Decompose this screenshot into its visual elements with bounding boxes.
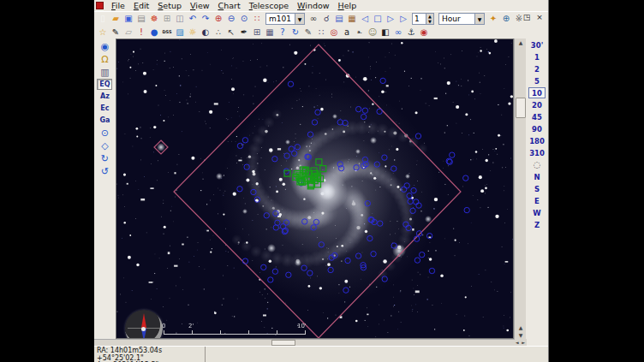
fov-1[interactable]: 1 [528, 51, 546, 62]
search-binoculars-icon[interactable]: ∞ [307, 14, 319, 25]
table-icon[interactable]: ⊞ [251, 27, 263, 38]
save-icon[interactable]: ▣ [122, 14, 134, 25]
fov-10[interactable]: 10 [528, 87, 546, 98]
sky-chart[interactable]: 0 2' 10' [116, 39, 514, 339]
time-stop-icon[interactable]: □ [372, 14, 384, 25]
object-search-combo[interactable]: m101 ▼ [265, 13, 305, 25]
default-zoom-icon[interactable]: ∷ [251, 14, 263, 25]
help-cursor-icon[interactable]: ? [277, 27, 289, 38]
refresh-icon[interactable]: ↻ [289, 27, 301, 38]
zoom-out-icon[interactable]: ⊖ [225, 14, 237, 25]
light-bulb-icon[interactable]: ☼ [187, 27, 199, 38]
coord-az-button[interactable]: Az [97, 91, 112, 102]
target-icon[interactable]: ◎ [328, 27, 340, 38]
menu-setup[interactable]: Setup [153, 1, 186, 10]
calendar-icon[interactable]: ▦ [346, 14, 358, 25]
night-sky-icon[interactable]: ◐ [200, 27, 212, 38]
time-step-spinner[interactable]: 1 ▲▼ [412, 13, 434, 25]
redo-icon[interactable]: ↷ [200, 14, 212, 25]
time-unit-combo[interactable]: Hour ▼ [438, 13, 485, 25]
close-button[interactable]: × [534, 13, 545, 23]
star-display-icon[interactable]: ☆ [97, 27, 109, 38]
undo-icon[interactable]: ↶ [187, 14, 199, 25]
vertical-scroll-thumb[interactable] [516, 98, 526, 118]
menu-view[interactable]: View [186, 1, 214, 10]
zoom-in-icon[interactable]: ⊕ [212, 14, 224, 25]
fov-45[interactable]: 45 [528, 111, 546, 122]
chart-mode-icon[interactable]: ◉ [97, 40, 112, 52]
eraser-icon[interactable]: ▱ [122, 27, 134, 38]
coord-galactic-button[interactable]: Ga [97, 115, 112, 126]
direction-z-button[interactable]: Z [528, 219, 546, 230]
pencil-icon[interactable]: ✎ [110, 27, 122, 38]
copy-icon[interactable]: ⊞ [161, 14, 173, 25]
lock-chart-icon[interactable]: Ω [97, 53, 112, 65]
fov-90[interactable]: 90 [528, 123, 546, 134]
time-step-back-icon[interactable]: ◁ [359, 14, 371, 25]
select-chart-icon[interactable]: ▥ [97, 66, 112, 78]
horizontal-scrollbar[interactable] [94, 339, 515, 346]
track-target-icon[interactable]: ⊕ [500, 14, 512, 25]
chevron-down-icon[interactable]: ▼ [474, 14, 484, 24]
spinner-arrows-icon[interactable]: ▲▼ [426, 14, 433, 24]
time-play-icon[interactable]: ▷ [397, 14, 409, 25]
fov-30arcmin[interactable]: 30' [528, 39, 546, 50]
fov-180[interactable]: 180 [528, 135, 546, 146]
fov-20[interactable]: 20 [528, 99, 546, 110]
print-icon[interactable]: ▤ [135, 14, 147, 25]
quill-icon[interactable]: ✒ [238, 27, 250, 38]
new-chart-icon[interactable]: ▯ [97, 14, 109, 25]
direction-s-button[interactable]: S [528, 183, 546, 194]
scatter-icon[interactable]: ∴ [212, 27, 224, 38]
anchor-icon[interactable]: ⚓ [405, 27, 417, 38]
sky-chart-canvas[interactable] [116, 39, 514, 338]
contrast-icon[interactable]: ◧ [379, 27, 391, 38]
coord-ecliptic-button[interactable]: Ec [97, 103, 112, 114]
identify-object-icon[interactable]: ☌ [320, 14, 332, 25]
fov-2[interactable]: 2 [528, 63, 546, 74]
dss-image-icon[interactable]: DSS [161, 27, 173, 38]
menu-help[interactable]: Help [334, 1, 361, 10]
rotate-ccw-icon[interactable]: ↺ [97, 165, 112, 177]
vertical-scrollbar[interactable]: ▲ ▲ ▼ [514, 39, 526, 339]
fov-frame-icon[interactable]: ◇ [97, 139, 112, 151]
show-marks-icon[interactable]: ⊙ [97, 127, 112, 139]
open-folder-icon[interactable]: ▰ [110, 14, 122, 25]
planet-icon[interactable]: ● [148, 27, 160, 38]
direction-n-button[interactable]: N [528, 171, 546, 182]
options-icon[interactable]: ☸ [148, 14, 160, 25]
scroll-up-icon[interactable]: ▲ [515, 323, 527, 331]
fov-allsky-icon[interactable]: ◌ [528, 159, 546, 170]
dots-icon[interactable]: ∷ [315, 27, 327, 38]
menu-window[interactable]: Window [293, 1, 333, 10]
picture-icon[interactable]: ▨ [174, 27, 186, 38]
menu-telescope[interactable]: Telescope [245, 1, 293, 10]
multi-window-icon[interactable]: ◫ [174, 14, 186, 25]
direction-w-button[interactable]: W [528, 207, 546, 218]
label-a-icon[interactable]: a [341, 27, 353, 38]
rotate-cw-icon[interactable]: ↻ [97, 152, 112, 164]
chevron-down-icon[interactable]: ▼ [295, 14, 304, 24]
coord-eq-button[interactable]: EQ [97, 79, 112, 90]
scroll-down-icon[interactable]: ▼ [515, 331, 527, 339]
scroll-left-right-icons[interactable]: ◄ ► [515, 339, 527, 346]
direction-e-button[interactable]: E [528, 195, 546, 206]
menu-chart[interactable]: Chart [214, 1, 245, 10]
face-icon[interactable]: ☺ [367, 27, 379, 38]
fov-5[interactable]: 5 [528, 75, 546, 86]
menu-edit[interactable]: Edit [129, 1, 153, 10]
grid-icon[interactable]: ▦ [264, 27, 276, 38]
red-marker-icon[interactable]: ◉ [418, 27, 430, 38]
cursor-icon[interactable]: ↖ [225, 27, 237, 38]
alert-icon[interactable]: ! [135, 27, 147, 38]
menu-file[interactable]: File [107, 1, 129, 10]
comet-icon[interactable]: ✦ [487, 14, 499, 25]
zoom-area-icon[interactable]: ⊙ [238, 14, 250, 25]
link-chain-icon[interactable]: ∞ [392, 27, 404, 38]
draw-icon[interactable]: ✎ [302, 27, 314, 38]
horizontal-scroll-thumb[interactable] [271, 340, 295, 346]
undock-button[interactable]: ◳ [522, 13, 532, 23]
time-step-forward-icon[interactable]: ▷ [385, 14, 397, 25]
fov-310[interactable]: 310 [528, 147, 546, 158]
label-small-a-icon[interactable]: a. [354, 27, 366, 38]
